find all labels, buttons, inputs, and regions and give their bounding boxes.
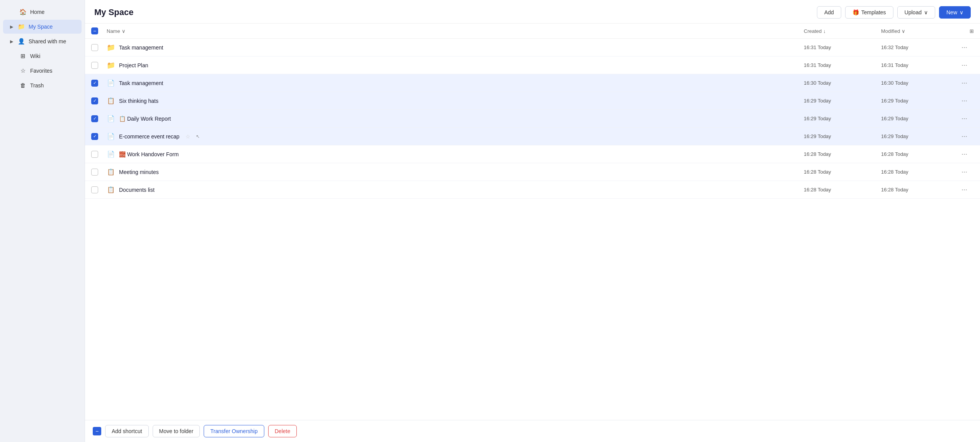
sidebar-item-favorites[interactable]: ☆ Favorites <box>3 64 82 78</box>
sidebar-item-trash[interactable]: 🗑 Trash <box>3 79 82 92</box>
name-sort-icon: ∨ <box>122 28 126 34</box>
star-icon[interactable]: ☆ <box>185 133 191 140</box>
name-cell: 📄 E-commerce event recap ☆ ↖ <box>107 132 804 141</box>
table-header: − Name ∨ Created ↓ Modified ∨ ⊞ <box>85 24 980 39</box>
page-title: My Space <box>94 7 134 17</box>
col-created-header[interactable]: Created ↓ <box>804 28 881 34</box>
row-checkbox-2[interactable] <box>91 62 98 69</box>
row-checkbox-8[interactable] <box>91 169 98 176</box>
folder-icon: 📁 <box>107 61 115 70</box>
row-checkbox-3[interactable]: ✓ <box>91 80 98 87</box>
row-more-button[interactable]: ··· <box>958 113 970 124</box>
sidebar-label-trash: Trash <box>30 82 75 89</box>
file-name: Task management <box>119 80 163 86</box>
table-row[interactable]: 📁 Project Plan 16:31 Today 16:31 Today ·… <box>85 56 980 74</box>
transfer-ownership-button[interactable]: Transfer Ownership <box>204 425 264 437</box>
row-more-button[interactable]: ··· <box>958 60 970 71</box>
new-chevron-icon: ∨ <box>960 9 963 15</box>
more-options-cell: ··· <box>958 148 974 160</box>
row-more-button[interactable]: ··· <box>958 131 970 142</box>
row-more-button[interactable]: ··· <box>958 148 970 160</box>
table-row[interactable]: ✓ 📄 Task management 16:30 Today 16:30 To… <box>85 74 980 92</box>
more-options-cell: ··· <box>958 95 974 106</box>
created-time: 16:28 Today <box>804 151 881 157</box>
created-time: 16:29 Today <box>804 116 881 121</box>
row-checkbox-5[interactable]: ✓ <box>91 115 98 122</box>
doc-blue-icon: 📄 <box>107 150 115 159</box>
sidebar-arrow-shared: ▶ <box>10 39 13 44</box>
sidebar-item-home[interactable]: 🏠 Home <box>3 5 82 19</box>
row-more-button[interactable]: ··· <box>958 77 970 89</box>
folder-icon: 📁 <box>107 43 115 52</box>
select-all-checkbox[interactable]: − <box>91 27 98 34</box>
modified-time: 16:32 Today <box>881 44 958 50</box>
new-button[interactable]: New ∨ <box>939 6 971 19</box>
more-options-cell: ··· <box>958 42 974 53</box>
row-more-button[interactable]: ··· <box>958 184 970 195</box>
add-shortcut-button[interactable]: Add shortcut <box>105 425 149 437</box>
file-name: 🧱 Work Handover Form <box>119 151 179 157</box>
sidebar-arrow-myspace: ▶ <box>10 24 13 29</box>
modified-time: 16:28 Today <box>881 187 958 193</box>
sidebar-item-shared[interactable]: ▶ 👤 Shared with me <box>3 34 82 48</box>
row-checkbox-1[interactable] <box>91 44 98 51</box>
add-button[interactable]: Add <box>817 6 841 19</box>
row-checkbox-cell <box>91 62 107 69</box>
file-name: 📋 Daily Work Report <box>119 116 171 122</box>
table-body: 📁 Task management 16:31 Today 16:32 Toda… <box>85 39 980 199</box>
row-checkbox-6[interactable]: ✓ <box>91 133 98 140</box>
row-checkbox-9[interactable] <box>91 186 98 193</box>
header-actions: Add 🎁 Templates Upload ∨ New ∨ <box>817 6 971 19</box>
row-checkbox-4[interactable]: ✓ <box>91 97 98 104</box>
sidebar-label-home: Home <box>30 9 75 15</box>
move-to-folder-button[interactable]: Move to folder <box>153 425 200 437</box>
sidebar: 🏠 Home ▶ 📁 My Space ▶ 👤 Shared with me ⊞… <box>0 0 85 442</box>
header-check-cell: − <box>91 27 107 34</box>
row-more-button[interactable]: ··· <box>958 42 970 53</box>
sidebar-icon-wiki: ⊞ <box>19 53 26 60</box>
file-name: Six thinking hats <box>119 98 158 104</box>
name-cell: 📋 Six thinking hats <box>107 97 804 105</box>
templates-emoji: 🎁 <box>852 9 859 15</box>
deselect-all-button[interactable]: − <box>93 427 101 435</box>
modified-time: 16:28 Today <box>881 151 958 157</box>
row-checkbox-7[interactable] <box>91 151 98 158</box>
table-row[interactable]: 📄 🧱 Work Handover Form 16:28 Today 16:28… <box>85 145 980 163</box>
name-cell: 📄 Task management <box>107 79 804 87</box>
sidebar-item-myspace[interactable]: ▶ 📁 My Space <box>3 20 82 34</box>
row-more-button[interactable]: ··· <box>958 95 970 106</box>
name-cell: 📄 🧱 Work Handover Form <box>107 150 804 159</box>
table-row[interactable]: ✓ 📄 📋 Daily Work Report 16:29 Today 16:2… <box>85 110 980 128</box>
upload-button[interactable]: Upload ∨ <box>897 6 935 19</box>
col-modified-header[interactable]: Modified ∨ <box>881 28 958 34</box>
templates-button[interactable]: 🎁 Templates <box>845 6 893 19</box>
modified-sort-icon: ∨ <box>902 28 905 34</box>
more-options-cell: ··· <box>958 113 974 124</box>
table-row[interactable]: ✓ 📄 E-commerce event recap ☆ ↖ 16:29 Tod… <box>85 128 980 145</box>
doc-teal-icon: 📋 <box>107 97 115 105</box>
sidebar-label-favorites: Favorites <box>30 68 75 74</box>
delete-button[interactable]: Delete <box>268 425 297 437</box>
file-name: Project Plan <box>119 62 148 68</box>
name-cell: 📋 Documents list <box>107 186 804 194</box>
doc-blue-icon: 📄 <box>107 114 115 123</box>
created-time: 16:28 Today <box>804 187 881 193</box>
row-more-button[interactable]: ··· <box>958 166 970 177</box>
row-checkbox-cell <box>91 186 107 193</box>
sidebar-item-wiki[interactable]: ⊞ Wiki <box>3 49 82 63</box>
col-layout-header[interactable]: ⊞ <box>958 28 974 34</box>
file-name: Meeting minutes <box>119 169 159 175</box>
table-row[interactable]: 📁 Task management 16:31 Today 16:32 Toda… <box>85 39 980 56</box>
table-row[interactable]: 📋 Documents list 16:28 Today 16:28 Today… <box>85 181 980 199</box>
cursor-pointer: ↖ <box>196 134 200 139</box>
modified-time: 16:28 Today <box>881 169 958 175</box>
more-options-cell: ··· <box>958 77 974 89</box>
table-row[interactable]: ✓ 📋 Six thinking hats 16:29 Today 16:29 … <box>85 92 980 110</box>
table-row[interactable]: 📋 Meeting minutes 16:28 Today 16:28 Toda… <box>85 163 980 181</box>
row-checkbox-cell: ✓ <box>91 80 107 87</box>
created-time: 16:29 Today <box>804 133 881 139</box>
col-name-header[interactable]: Name ∨ <box>107 28 804 34</box>
modified-time: 16:29 Today <box>881 98 958 104</box>
file-name: Task management <box>119 44 163 51</box>
new-label: New <box>946 9 957 15</box>
